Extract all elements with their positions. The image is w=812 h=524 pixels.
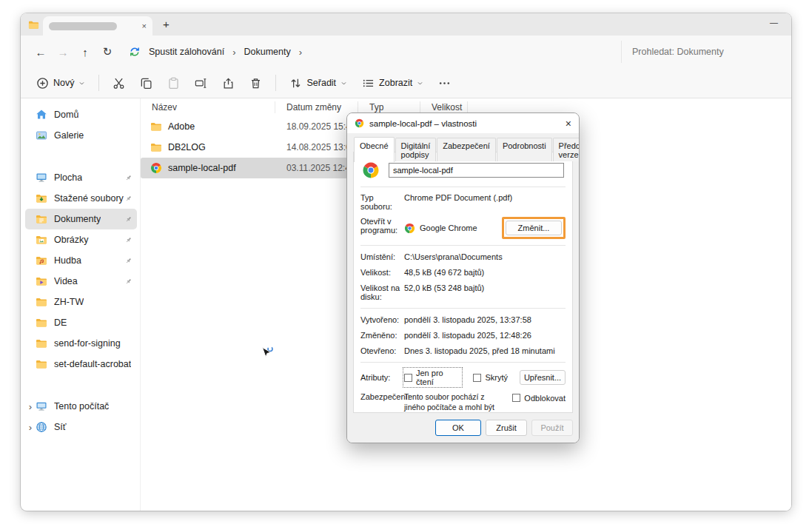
new-tab-button[interactable]: + <box>163 18 170 30</box>
apply-button[interactable]: Použít <box>531 420 573 436</box>
copy-icon <box>140 77 152 90</box>
chevron-down-icon <box>340 80 347 87</box>
back-button[interactable]: ← <box>30 41 52 63</box>
search-input[interactable] <box>632 47 782 57</box>
checkbox-box[interactable] <box>404 374 412 382</box>
sidebar-item-desktop[interactable]: Plocha <box>25 167 137 188</box>
dialog-tabs: Obecné Digitální podpisy Zabezpečení Pod… <box>347 133 579 161</box>
sidebar-item-network[interactable]: › Síť <box>25 417 137 437</box>
ok-button[interactable]: OK <box>435 420 481 436</box>
view-button[interactable]: Zobrazit <box>355 71 430 95</box>
column-header-type[interactable]: Typ <box>358 101 420 113</box>
unblock-checkbox[interactable]: Odblokovat <box>512 392 566 413</box>
chrome-icon <box>150 162 162 174</box>
sidebar-item-zh-tw[interactable]: ZH-TW <box>25 292 137 312</box>
explorer-tab[interactable]: × <box>43 16 152 36</box>
size-on-disk-label: Velikost na disku: <box>360 283 404 301</box>
more-options-button[interactable] <box>432 71 457 95</box>
delete-button[interactable] <box>243 71 269 95</box>
tab-digital-signatures[interactable]: Digitální podpisy <box>395 138 437 161</box>
sidebar: Domů Galerie Plocha Stažené so <box>21 98 141 511</box>
tab-general[interactable]: Obecné <box>354 137 395 162</box>
share-icon <box>222 77 235 90</box>
tab-close-icon[interactable]: × <box>142 22 147 30</box>
rename-button[interactable] <box>188 71 214 95</box>
sidebar-item-home[interactable]: Domů <box>25 104 137 125</box>
share-button[interactable] <box>215 71 241 95</box>
sidebar-item-documents[interactable]: Dokumenty <box>25 209 137 229</box>
sidebar-item-music[interactable]: Hudba <box>25 250 137 271</box>
sidebar-section-gap <box>25 374 137 396</box>
tab-security[interactable]: Zabezpečení <box>437 138 496 161</box>
folder-icon <box>150 141 162 153</box>
separator <box>360 187 566 187</box>
readonly-label: Jen pro čtení <box>416 369 461 386</box>
view-list-icon <box>362 77 375 90</box>
checkbox-box[interactable] <box>512 394 520 402</box>
chrome-icon <box>362 161 380 179</box>
checkbox-box[interactable] <box>473 374 481 382</box>
navigation-bar: ← → ↑ ↻ Spustit zálohování › Dokumenty › <box>21 36 791 68</box>
tree-expand-chevron[interactable]: › <box>25 401 36 412</box>
sidebar-item-gallery[interactable]: Galerie <box>25 125 137 146</box>
chevron-right-icon: › <box>232 47 235 58</box>
ellipsis-icon <box>438 77 451 90</box>
music-icon <box>36 255 47 266</box>
sidebar-item-set-default-acrobat[interactable]: set-default-acrobat <box>25 354 137 374</box>
filename-input[interactable] <box>389 163 564 178</box>
plus-circle-icon <box>36 77 49 90</box>
pin-icon <box>124 257 132 265</box>
size-value: 48,5 kB (49 672 bajtů) <box>404 268 566 277</box>
sidebar-item-videos[interactable]: Videa <box>25 271 137 292</box>
gallery-icon <box>36 130 47 141</box>
chrome-icon <box>404 223 415 234</box>
new-button[interactable]: Nový <box>30 71 92 95</box>
busy-cursor-icon <box>261 346 274 360</box>
file-name: Adobe <box>168 121 195 132</box>
copy-button[interactable] <box>133 71 159 95</box>
network-icon <box>36 421 47 433</box>
hidden-label: Skrytý <box>485 373 508 382</box>
unblock-label: Odblokovat <box>524 394 566 403</box>
hidden-checkbox[interactable]: Skrytý <box>473 373 508 382</box>
sidebar-item-label: ZH-TW <box>54 297 84 307</box>
folder-icon <box>150 121 162 132</box>
dialog-button-bar: OK Zrušit Použít <box>347 413 579 443</box>
paste-button[interactable] <box>161 71 187 95</box>
toolbar-divider <box>275 75 276 91</box>
readonly-checkbox[interactable]: Jen pro čtení <box>404 369 461 386</box>
minimize-button[interactable]: — <box>770 18 778 27</box>
accessed-label: Otevřeno: <box>360 346 404 355</box>
modified-label: Změněno: <box>360 331 404 340</box>
change-button[interactable]: Změnit... <box>506 221 562 235</box>
sort-button[interactable]: Seřadit <box>283 71 354 95</box>
sidebar-item-de[interactable]: DE <box>25 312 137 333</box>
forward-button[interactable]: → <box>52 41 74 63</box>
sidebar-item-send-for-signing[interactable]: send-for-signing <box>25 333 137 354</box>
pin-icon <box>124 215 132 224</box>
backup-sync-icon[interactable] <box>129 46 141 58</box>
cut-button[interactable] <box>106 71 132 95</box>
column-header-modified[interactable]: Datum změny <box>275 101 358 113</box>
sidebar-item-this-pc[interactable]: › Tento počítač <box>25 396 137 417</box>
tree-expand-chevron[interactable]: › <box>25 422 36 433</box>
separator <box>360 308 566 309</box>
folder-icon <box>36 317 47 329</box>
breadcrumb: Spustit zálohování › Dokumenty › <box>129 44 621 59</box>
sidebar-item-pictures[interactable]: Obrázky <box>25 229 137 250</box>
cancel-button[interactable]: Zrušit <box>486 420 527 436</box>
advanced-button[interactable]: Upřesnit... <box>520 370 566 385</box>
refresh-button[interactable]: ↻ <box>96 41 118 63</box>
tab-details[interactable]: Podrobnosti <box>497 138 552 161</box>
breadcrumb-item-backup[interactable]: Spustit zálohování <box>146 44 227 59</box>
column-header-size[interactable]: Velikost <box>420 101 468 113</box>
dialog-close-icon[interactable]: × <box>566 118 571 129</box>
column-header-name[interactable]: Název <box>141 101 275 113</box>
up-button[interactable]: ↑ <box>74 41 96 63</box>
explorer-app-icon <box>28 19 39 30</box>
sidebar-item-downloads[interactable]: Stažené soubory <box>25 188 137 209</box>
search-box[interactable] <box>621 41 782 63</box>
folder-icon <box>36 296 47 308</box>
tab-previous-versions[interactable]: Předchozí verze <box>553 138 580 161</box>
breadcrumb-item-documents[interactable]: Dokumenty <box>241 44 294 59</box>
